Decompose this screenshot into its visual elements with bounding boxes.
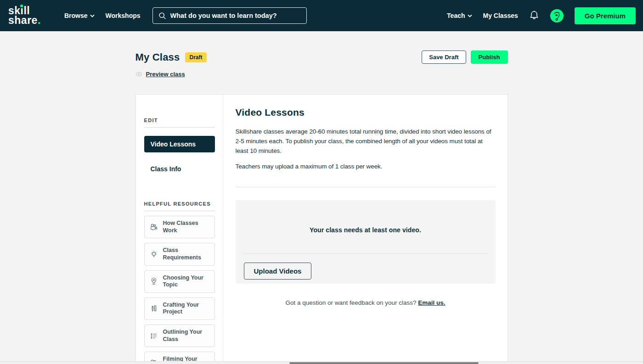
feedback-footer: Got a question or want feedback on your … <box>236 299 496 306</box>
resource-label: How Classes Work <box>163 220 210 234</box>
avatar-face-illustration <box>550 9 564 22</box>
resource-crafting-your-project[interactable]: Crafting Your Project <box>144 297 215 320</box>
search-input[interactable] <box>170 12 301 19</box>
divider <box>144 127 215 128</box>
horizontal-scrollbar-thumb[interactable] <box>289 362 479 364</box>
class-editor-card: EDIT Video Lessons Class Info HELPFUL RE… <box>135 94 508 364</box>
preview-row: Preview class <box>135 71 508 78</box>
publish-button[interactable]: Publish <box>471 50 508 64</box>
divider <box>144 211 215 211</box>
editor-sidebar: EDIT Video Lessons Class Info HELPFUL RE… <box>136 95 223 364</box>
list-icon <box>149 331 158 341</box>
notifications-bell-icon[interactable] <box>529 10 539 21</box>
preview-class-link[interactable]: Preview class <box>146 71 185 78</box>
resource-label: Crafting Your Project <box>163 302 210 316</box>
content-title: Video Lessons <box>236 107 496 118</box>
go-premium-button[interactable]: Go Premium <box>575 7 636 24</box>
lightbulb-icon <box>149 250 158 259</box>
logo-green-dot <box>20 5 23 7</box>
resource-how-classes-work[interactable]: How Classes Work <box>144 216 215 238</box>
edit-section-heading: EDIT <box>144 118 215 123</box>
feedback-text: Got a question or want feedback on your … <box>285 299 416 306</box>
nav-browse[interactable]: Browse <box>64 12 95 19</box>
empty-state-message: Your class needs at least one video. <box>236 200 496 234</box>
header-actions: Save Draft Publish <box>422 50 508 64</box>
resource-label: Choosing Your Topic <box>163 274 210 289</box>
nav-my-classes[interactable]: My Classes <box>483 12 518 19</box>
map-pin-icon <box>149 277 158 286</box>
status-badge: Draft <box>185 52 206 62</box>
nav-browse-label: Browse <box>64 12 88 19</box>
search-icon <box>158 12 166 20</box>
eye-icon <box>135 72 142 77</box>
video-upload-panel: Your class needs at least one video. Upl… <box>236 200 496 284</box>
nav-teach-label: Teach <box>447 12 465 19</box>
save-draft-button[interactable]: Save Draft <box>422 50 466 64</box>
horizontal-scrollbar-track[interactable] <box>0 361 643 364</box>
email-us-link[interactable]: Email us. <box>418 299 445 306</box>
resource-outlining-your-class[interactable]: Outlining Your Class <box>144 325 215 347</box>
divider <box>243 253 489 254</box>
resource-choosing-your-topic[interactable]: Choosing Your Topic <box>144 270 215 293</box>
page-container: My Class Draft Save Draft Publish Previe… <box>135 50 508 364</box>
resource-class-requirements[interactable]: Class Requirements <box>144 243 215 265</box>
search-bar[interactable] <box>152 7 307 24</box>
resource-label: Class Requirements <box>163 247 210 261</box>
page-header: My Class Draft Save Draft Publish <box>135 50 508 64</box>
sidebar-item-class-info[interactable]: Class Info <box>144 161 215 177</box>
logo-period: . <box>38 14 41 26</box>
nav-teach[interactable]: Teach <box>447 12 472 19</box>
editor-content: Video Lessons Skillshare classes average… <box>223 95 508 364</box>
profile-avatar[interactable] <box>550 9 564 22</box>
upload-limit-paragraph: Teachers may upload a maximum of 1 class… <box>236 162 496 172</box>
upload-videos-button[interactable]: Upload Videos <box>244 263 312 280</box>
page-title: My Class <box>135 51 180 63</box>
resources-section-heading: HELPFUL RESOURCES <box>144 201 215 207</box>
title-row: My Class Draft <box>135 51 207 63</box>
chevron-down-icon <box>90 14 95 17</box>
chevron-down-icon <box>468 14 472 17</box>
nav-left: Browse Workshops <box>64 12 141 19</box>
pencil-ruler-icon <box>149 304 158 313</box>
resource-label: Outlining Your Class <box>163 329 210 343</box>
sidebar-item-video-lessons[interactable]: Video Lessons <box>144 136 215 152</box>
divider <box>236 187 496 187</box>
nav-workshops[interactable]: Workshops <box>106 12 141 19</box>
logo-line-2: share. <box>8 16 52 25</box>
intro-paragraph: Skillshare classes average 20-60 minutes… <box>236 127 496 156</box>
nav-right: Teach My Classes Go Premium <box>447 7 636 24</box>
video-camera-icon <box>149 223 158 232</box>
top-nav: skill share. Browse Workshops Teach My C… <box>0 0 643 31</box>
skillshare-logo[interactable]: skill share. <box>8 6 52 25</box>
